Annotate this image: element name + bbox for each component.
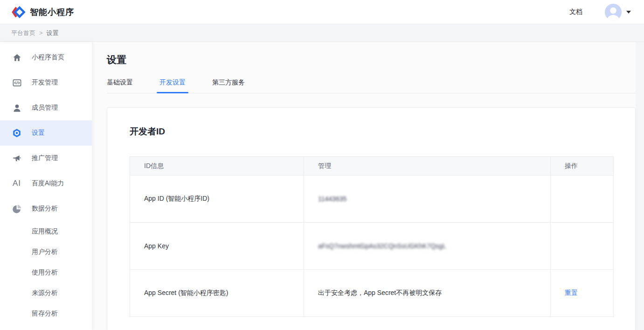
app-key-label: App Key xyxy=(130,223,304,270)
app-id-label: App ID (智能小程序ID) xyxy=(130,176,304,223)
reset-app-secret-link[interactable]: 重置 xyxy=(565,289,578,296)
sidebar-item-members[interactable]: 成员管理 xyxy=(0,95,92,120)
developer-id-card: 开发者ID ID信息 管理 操作 App ID (智能小程序ID) 114436… xyxy=(107,107,636,330)
sidebar-item-data-analysis[interactable]: 数据分析 xyxy=(0,196,92,221)
table-row-app-key: App Key aFsQ7nwshmtGpAs32CQnSsUGKhK7QsgL xyxy=(130,223,614,270)
sidebar-item-label: 设置 xyxy=(32,129,45,137)
column-header-manage: 管理 xyxy=(304,157,551,176)
app-secret-label: App Secret (智能小程序密匙) xyxy=(130,270,304,317)
page-title: 设置 xyxy=(107,53,636,66)
code-icon xyxy=(12,78,21,87)
user-silhouette-icon xyxy=(605,4,622,21)
breadcrumb: 平台首页 > 设置 xyxy=(0,24,644,42)
sidebar-subitem-source-analysis[interactable]: 来源分析 xyxy=(0,283,92,303)
card-heading: 开发者ID xyxy=(130,126,613,138)
developer-id-table: ID信息 管理 操作 App ID (智能小程序ID) 11443635 App… xyxy=(130,156,614,317)
breadcrumb-home[interactable]: 平台首页 xyxy=(11,29,35,37)
screen: 智能小程序 文档 平台首页 > 设置 小程序首页 xyxy=(0,0,644,330)
tab-development-settings[interactable]: 开发设置 xyxy=(159,78,186,93)
column-header-id-info: ID信息 xyxy=(130,157,304,176)
sidebar-item-label: 成员管理 xyxy=(32,104,58,112)
caret-down-icon[interactable] xyxy=(626,11,631,14)
docs-link[interactable]: 文档 xyxy=(569,8,582,16)
settings-tabs: 基础设置 开发设置 第三方服务 xyxy=(107,78,636,93)
logo-text: 智能小程序 xyxy=(30,7,74,18)
sidebar-item-label: 推广管理 xyxy=(32,154,58,162)
app-key-action-cell xyxy=(551,223,614,270)
sidebar-item-settings[interactable]: 设置 xyxy=(0,120,92,146)
app-header: 智能小程序 文档 xyxy=(0,0,644,24)
logo-icon xyxy=(11,5,25,19)
sidebar-subitem-usage-analysis[interactable]: 使用分析 xyxy=(0,262,92,283)
breadcrumb-current: 设置 xyxy=(47,29,59,37)
sidebar-subitem-user-analysis[interactable]: 用户分析 xyxy=(0,242,92,262)
app-id-action-cell xyxy=(551,176,614,223)
table-header-row: ID信息 管理 操作 xyxy=(130,157,614,176)
tab-basic-settings[interactable]: 基础设置 xyxy=(107,78,133,93)
header-right: 文档 xyxy=(569,4,631,21)
avatar[interactable] xyxy=(605,4,622,21)
breadcrumb-separator: > xyxy=(39,29,43,36)
sidebar-item-label: 数据分析 xyxy=(32,204,58,213)
gear-icon xyxy=(12,128,21,138)
sidebar-item-baidu-ai[interactable]: AI 百度AI能力 xyxy=(0,171,92,196)
ai-icon: AI xyxy=(12,179,21,188)
sidebar-item-label: 小程序首页 xyxy=(32,53,64,62)
sidebar-item-development[interactable]: 开发管理 xyxy=(0,70,92,95)
member-icon xyxy=(12,103,21,112)
sidebar-item-label: 百度AI能力 xyxy=(32,179,64,188)
logo[interactable]: 智能小程序 xyxy=(11,5,74,19)
table-row-app-secret: App Secret (智能小程序密匙) 出于安全考虑，App Secret不再… xyxy=(130,270,614,317)
sidebar-subitem-app-overview[interactable]: 应用概况 xyxy=(0,221,92,242)
sidebar-item-label: 开发管理 xyxy=(32,78,58,87)
app-id-value-blurred: 11443635 xyxy=(318,195,346,203)
sidebar-item-promotion[interactable]: 推广管理 xyxy=(0,146,92,171)
app-key-value-blurred: aFsQ7nwshmtGpAs32CQnSsUGKhK7QsgL xyxy=(318,242,446,250)
column-header-action: 操作 xyxy=(551,157,614,176)
home-icon xyxy=(12,53,21,62)
tab-third-party-services[interactable]: 第三方服务 xyxy=(212,78,245,93)
sidebar-subitem-retention-analysis[interactable]: 留存分析 xyxy=(0,303,92,324)
main-content: 设置 基础设置 开发设置 第三方服务 开发者ID ID信息 管理 操作 xyxy=(92,42,636,330)
megaphone-icon xyxy=(12,154,21,163)
sidebar-item-home[interactable]: 小程序首页 xyxy=(0,45,92,70)
pie-chart-icon xyxy=(12,204,21,213)
app-secret-note: 出于安全考虑，App Secret不再被明文保存 xyxy=(304,270,551,317)
table-row-app-id: App ID (智能小程序ID) 11443635 xyxy=(130,176,614,223)
sidebar: 小程序首页 开发管理 成员管理 xyxy=(0,42,92,330)
